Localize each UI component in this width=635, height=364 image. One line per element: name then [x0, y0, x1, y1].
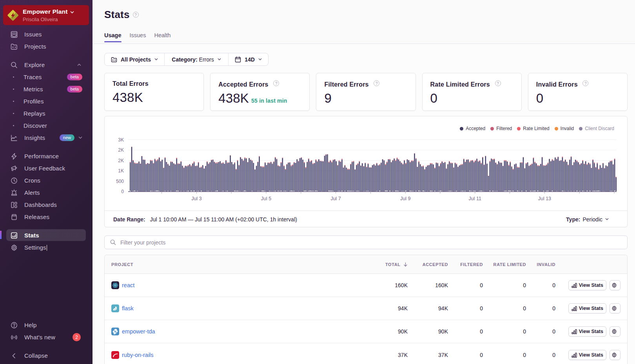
svg-text:3K: 3K — [118, 137, 124, 143]
svg-text:Jul 9: Jul 9 — [400, 196, 410, 201]
svg-text:500: 500 — [116, 179, 124, 184]
svg-text:Jul 5: Jul 5 — [261, 196, 271, 201]
svg-text:Jul 7: Jul 7 — [330, 196, 341, 201]
svg-text:Jul 3: Jul 3 — [191, 196, 201, 201]
svg-text:Jul 11: Jul 11 — [469, 196, 481, 201]
svg-text:Jul 13: Jul 13 — [538, 196, 551, 201]
svg-text:0: 0 — [121, 189, 124, 194]
svg-text:1K: 1K — [118, 168, 124, 174]
svg-text:2K: 2K — [118, 158, 124, 163]
svg-text:2K: 2K — [118, 147, 124, 153]
